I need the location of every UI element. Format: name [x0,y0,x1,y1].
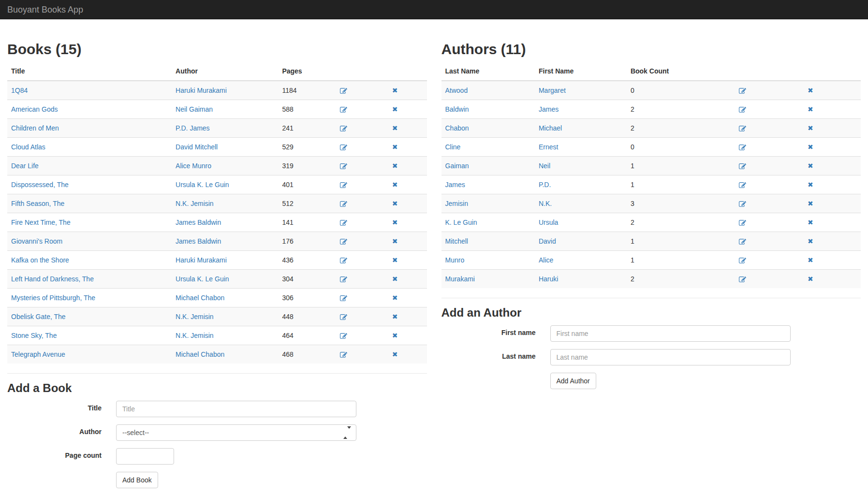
edit-book-button[interactable] [340,87,347,95]
edit-book-button[interactable] [340,276,347,283]
edit-book-button[interactable] [340,295,347,302]
book-title-link[interactable]: Dear Life [11,162,39,170]
edit-book-button[interactable] [340,333,347,340]
edit-author-button[interactable] [739,257,746,264]
book-author-link[interactable]: Neil Gaiman [176,105,213,113]
delete-author-button[interactable]: ✖ [808,199,813,208]
delete-book-button[interactable]: ✖ [392,142,398,152]
edit-author-button[interactable] [739,144,746,151]
book-title-link[interactable]: Children of Men [11,124,59,132]
edit-author-button[interactable] [739,276,746,283]
edit-book-button[interactable] [340,238,347,246]
edit-book-button[interactable] [340,125,347,132]
delete-book-button[interactable]: ✖ [392,123,398,133]
book-author-link[interactable]: N.K. Jemisin [176,200,214,207]
delete-author-button[interactable]: ✖ [808,161,813,171]
delete-book-button[interactable]: ✖ [392,104,398,114]
delete-author-button[interactable]: ✖ [808,218,813,227]
last-name-input[interactable] [550,349,791,365]
edit-author-button[interactable] [739,201,746,208]
delete-author-button[interactable]: ✖ [808,236,813,246]
edit-author-button[interactable] [739,125,746,132]
first-name-input[interactable] [550,325,791,342]
delete-book-button[interactable]: ✖ [392,312,398,321]
book-title-link[interactable]: Mysteries of Pittsburgh, The [11,294,95,302]
edit-book-button[interactable] [340,106,347,114]
add-author-button[interactable]: Add Author [550,373,596,389]
delete-author-button[interactable]: ✖ [808,180,813,189]
book-title-link[interactable]: Giovanni's Room [11,237,62,245]
book-author-link[interactable]: Alice Munro [176,162,211,170]
delete-author-button[interactable]: ✖ [808,104,813,114]
book-title-link[interactable]: Fifth Season, The [11,200,64,207]
book-title-link[interactable]: American Gods [11,105,58,113]
delete-author-button[interactable]: ✖ [808,255,813,265]
book-author-select[interactable]: --select-- [116,424,356,441]
delete-book-button[interactable]: ✖ [392,86,398,95]
delete-book-button[interactable]: ✖ [392,199,398,208]
delete-author-button[interactable]: ✖ [808,123,813,133]
edit-book-button[interactable] [340,163,347,170]
author-lastname-link[interactable]: Baldwin [445,105,469,113]
book-title-link[interactable]: Left Hand of Darkness, The [11,275,94,283]
delete-book-button[interactable]: ✖ [392,293,398,303]
book-title-link[interactable]: Obelisk Gate, The [11,313,66,320]
author-firstname-link[interactable]: Alice [539,256,553,264]
navbar-brand[interactable]: Buoyant Books App [0,0,90,19]
delete-book-button[interactable]: ✖ [392,349,398,359]
author-firstname-link[interactable]: David [539,237,556,245]
book-author-link[interactable]: James Baldwin [176,218,221,226]
author-lastname-link[interactable]: Murakami [445,275,475,283]
edit-book-button[interactable] [340,351,347,359]
author-firstname-link[interactable]: Ursula [539,218,558,226]
book-author-link[interactable]: Michael Chabon [176,294,224,302]
edit-author-button[interactable] [739,106,746,114]
delete-author-button[interactable]: ✖ [808,274,813,284]
book-title-link[interactable]: Telegraph Avenue [11,350,65,358]
author-firstname-link[interactable]: N.K. [539,200,552,207]
delete-book-button[interactable]: ✖ [392,180,398,189]
delete-book-button[interactable]: ✖ [392,255,398,265]
author-lastname-link[interactable]: James [445,181,465,189]
edit-author-button[interactable] [739,238,746,246]
edit-book-button[interactable] [340,314,347,321]
delete-book-button[interactable]: ✖ [392,331,398,340]
delete-author-button[interactable]: ✖ [808,142,813,152]
edit-book-button[interactable] [340,219,347,227]
author-lastname-link[interactable]: Gaiman [445,162,469,170]
book-author-link[interactable]: Ursula K. Le Guin [176,275,229,283]
edit-book-button[interactable] [340,257,347,264]
book-author-link[interactable]: P.D. James [176,124,210,132]
book-title-link[interactable]: Stone Sky, The [11,332,57,339]
book-title-input[interactable] [116,401,356,417]
book-author-link[interactable]: David Mitchell [176,143,218,151]
book-title-link[interactable]: Cloud Atlas [11,143,45,151]
author-lastname-link[interactable]: K. Le Guin [445,218,477,226]
book-title-link[interactable]: Dispossessed, The [11,181,69,189]
author-firstname-link[interactable]: P.D. [539,181,551,189]
edit-author-button[interactable] [739,182,746,189]
author-firstname-link[interactable]: James [539,105,559,113]
author-lastname-link[interactable]: Mitchell [445,237,468,245]
author-firstname-link[interactable]: Michael [539,124,562,132]
author-lastname-link[interactable]: Jemisin [445,200,468,207]
book-author-link[interactable]: Ursula K. Le Guin [176,181,229,189]
author-lastname-link[interactable]: Chabon [445,124,469,132]
book-title-link[interactable]: Fire Next Time, The [11,218,71,226]
author-lastname-link[interactable]: Munro [445,256,465,264]
author-firstname-link[interactable]: Ernest [539,143,558,151]
author-firstname-link[interactable]: Haruki [539,275,558,283]
edit-book-button[interactable] [340,182,347,189]
add-book-button[interactable]: Add Book [116,472,158,488]
book-author-link[interactable]: Haruki Murakami [176,256,227,264]
edit-book-button[interactable] [340,144,347,151]
book-pagecount-input[interactable] [116,448,174,465]
delete-book-button[interactable]: ✖ [392,161,398,171]
book-author-link[interactable]: James Baldwin [176,237,221,245]
book-author-link[interactable]: N.K. Jemisin [176,332,214,339]
author-firstname-link[interactable]: Margaret [539,87,566,94]
edit-author-button[interactable] [739,163,746,170]
book-author-link[interactable]: Michael Chabon [176,350,224,358]
book-author-link[interactable]: Haruki Murakami [176,87,227,94]
book-author-link[interactable]: N.K. Jemisin [176,313,214,320]
